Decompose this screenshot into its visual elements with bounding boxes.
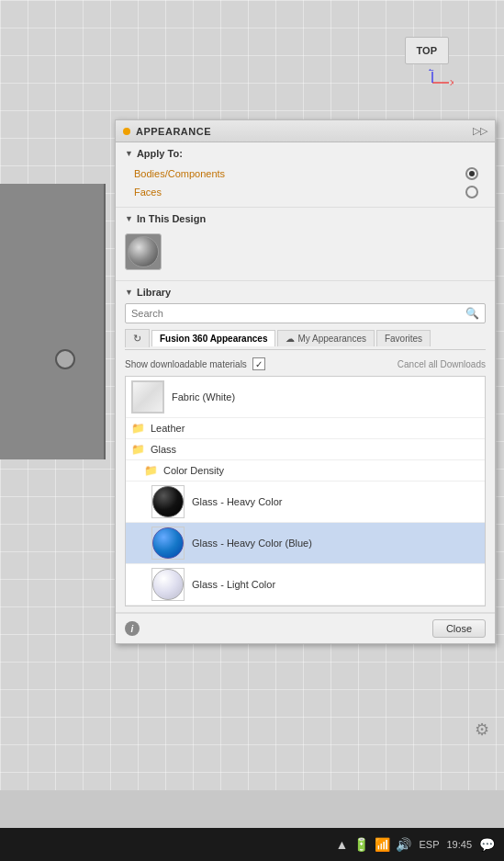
glass-blue-sphere [152, 527, 184, 559]
object-circle [55, 349, 75, 369]
glass-heavy-label: Glass - Heavy Color [192, 496, 282, 507]
in-this-design-arrow: ▼ [125, 214, 133, 223]
materials-list: Fabric (White) 📁 Leather 📁 Glass 📁 Color… [125, 376, 486, 606]
panel-footer: i Close [116, 613, 495, 643]
in-this-design-title: In This Design [137, 213, 206, 224]
apply-to-section: ▼ Apply To: Bodies/Components Faces [116, 142, 495, 208]
radio-row-bodies[interactable]: Bodies/Components [125, 164, 486, 183]
design-item-metal[interactable] [125, 233, 162, 270]
appearance-panel: APPEARANCE ▷▷ ▼ Apply To: Bodies/Compone… [115, 119, 496, 644]
bodies-components-label: Bodies/Components [134, 168, 225, 179]
in-this-design-header[interactable]: ▼ In This Design [125, 213, 486, 224]
search-bar[interactable]: 🔍 [125, 303, 486, 323]
taskbar-language: ESP [419, 839, 439, 850]
tab-refresh-button[interactable]: ↻ [125, 329, 150, 347]
show-downloadable-checkbox[interactable]: ✓ [252, 357, 265, 370]
show-downloadable-label: Show downloadable materials [125, 359, 247, 369]
taskbar-up-arrow: ▲ [336, 837, 349, 852]
taskbar-network: 📶 [375, 837, 390, 852]
tab-fusion360[interactable]: Fusion 360 Appearances [151, 330, 275, 346]
cancel-downloads-label: Cancel all Downloads [398, 359, 486, 369]
library-title: Library [137, 287, 171, 298]
apply-to-header[interactable]: ▼ Apply To: [125, 148, 486, 159]
material-item-fabric-white[interactable]: Fabric (White) [126, 377, 485, 418]
glass-light-sphere [152, 569, 184, 600]
in-this-design-section: ▼ In This Design [116, 208, 495, 281]
radio-faces[interactable] [465, 186, 478, 198]
close-button[interactable]: Close [432, 619, 486, 638]
panel-header-left: APPEARANCE [123, 126, 211, 137]
tab-my-appearances-label: My Appearances [297, 334, 366, 344]
material-item-glass-light[interactable]: Glass - Light Color [126, 564, 485, 606]
apply-to-title: Apply To: [137, 148, 183, 159]
tab-my-appearances[interactable]: ☁ My Appearances [277, 330, 375, 346]
panel-header: APPEARANCE ▷▷ [116, 120, 495, 142]
gear-icon[interactable]: ⚙ [475, 719, 489, 740]
radio-row-faces[interactable]: Faces [125, 183, 486, 201]
folder-leather[interactable]: 📁 Leather [126, 418, 485, 439]
folder-glass-label: Glass [151, 444, 176, 455]
glass-light-thumb [151, 568, 185, 601]
view-label-text: TOP [417, 45, 437, 56]
taskbar-chat-icon: 💬 [479, 837, 495, 852]
library-section: ▼ Library 🔍 ↻ Fusion 360 Appearances ☁ M… [116, 281, 495, 613]
info-icon[interactable]: i [125, 621, 140, 636]
tab-favorites-label: Favorites [385, 334, 422, 344]
svg-text:X: X [450, 78, 454, 87]
taskbar-volume: 🔊 [396, 837, 411, 852]
folder-leather-icon: 📁 [131, 422, 145, 435]
glass-heavy-blue-label: Glass - Heavy Color (Blue) [192, 538, 312, 549]
tab-fusion360-label: Fusion 360 Appearances [160, 334, 267, 344]
metal-sphere-thumb [128, 236, 159, 267]
apply-to-arrow: ▼ [125, 149, 133, 158]
refresh-icon: ↻ [133, 333, 141, 345]
folder-leather-label: Leather [151, 423, 185, 434]
tabs-row: ↻ Fusion 360 Appearances ☁ My Appearance… [125, 329, 486, 350]
fabric-texture [132, 381, 163, 413]
faces-label: Faces [134, 187, 162, 198]
tab-favorites[interactable]: Favorites [376, 330, 431, 346]
folder-glass[interactable]: 📁 Glass [126, 439, 485, 460]
radio-bodies[interactable] [465, 167, 478, 180]
subfolder-color-density[interactable]: 📁 Color Density [126, 460, 485, 481]
glass-dark-sphere [152, 486, 184, 517]
taskbar-icons: ▲ 🔋 📶 🔊 [336, 837, 412, 852]
panel-collapse-arrows[interactable]: ▷▷ [473, 125, 487, 137]
search-input[interactable] [131, 308, 465, 319]
3d-object [0, 184, 106, 459]
glass-light-label: Glass - Light Color [192, 579, 275, 590]
panel-dot [123, 128, 130, 135]
panel-title: APPEARANCE [136, 126, 211, 137]
cloud-icon: ☁ [286, 334, 295, 344]
svg-text:Z: Z [429, 69, 434, 73]
view-label: TOP [405, 37, 449, 64]
library-arrow: ▼ [125, 288, 133, 297]
taskbar: ▲ 🔋 📶 🔊 ESP 19:45 💬 [0, 828, 504, 861]
search-icon: 🔍 [465, 307, 479, 320]
fabric-white-thumb [131, 380, 164, 414]
material-item-glass-heavy[interactable]: Glass - Heavy Color [126, 481, 485, 523]
folder-glass-icon: 📁 [131, 443, 145, 456]
taskbar-battery: 🔋 [353, 837, 369, 852]
material-item-glass-heavy-blue[interactable]: Glass - Heavy Color (Blue) [126, 523, 485, 564]
axis-indicator: X Z [412, 69, 449, 96]
glass-heavy-thumb [151, 485, 185, 518]
taskbar-time: 19:45 [446, 839, 472, 850]
design-items-list [125, 230, 486, 274]
show-downloadable-left: Show downloadable materials ✓ [125, 357, 265, 370]
glass-heavy-blue-thumb [151, 527, 185, 560]
subfolder-color-density-icon: 📁 [144, 464, 158, 477]
library-header[interactable]: ▼ Library [125, 287, 486, 298]
show-downloadable-row: Show downloadable materials ✓ Cancel all… [125, 356, 486, 372]
subfolder-color-density-label: Color Density [163, 465, 224, 476]
fabric-white-label: Fabric (White) [172, 391, 235, 402]
